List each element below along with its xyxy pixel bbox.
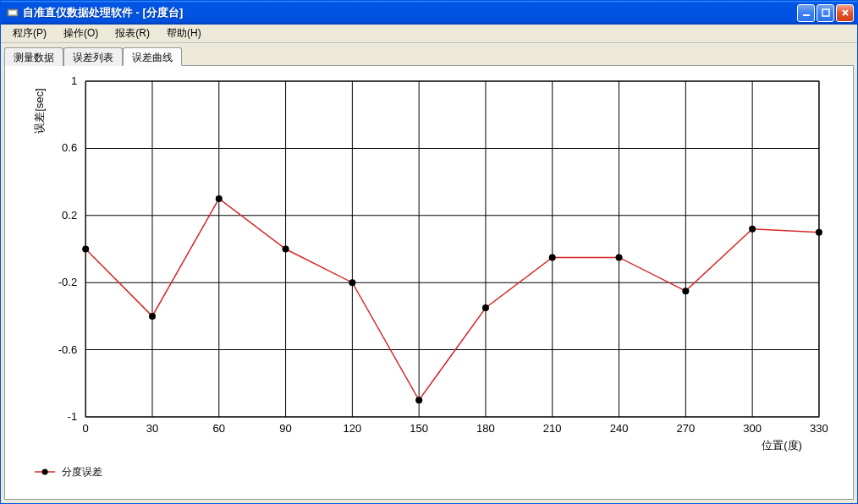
svg-rect-2 xyxy=(803,14,810,16)
svg-text:300: 300 xyxy=(743,422,762,435)
svg-text:-0.2: -0.2 xyxy=(58,276,77,288)
svg-point-51 xyxy=(616,254,623,260)
svg-point-54 xyxy=(816,229,822,236)
svg-text:误差[sec]: 误差[sec] xyxy=(33,88,46,133)
svg-text:90: 90 xyxy=(279,422,291,435)
svg-point-53 xyxy=(749,226,756,233)
tab-error-list[interactable]: 误差列表 xyxy=(63,47,123,66)
svg-text:240: 240 xyxy=(610,422,629,435)
svg-text:-1: -1 xyxy=(68,410,78,423)
svg-text:180: 180 xyxy=(476,422,495,435)
svg-text:330: 330 xyxy=(810,422,828,435)
svg-point-45 xyxy=(216,195,223,202)
svg-text:0: 0 xyxy=(83,422,89,435)
svg-text:120: 120 xyxy=(344,422,362,435)
menu-report[interactable]: 报表(R) xyxy=(107,25,158,42)
svg-point-43 xyxy=(82,246,89,253)
svg-text:0.2: 0.2 xyxy=(62,209,77,222)
svg-rect-22 xyxy=(85,81,819,417)
svg-rect-3 xyxy=(822,9,829,16)
svg-text:150: 150 xyxy=(410,422,428,435)
svg-point-44 xyxy=(149,313,156,320)
window-controls xyxy=(797,4,854,22)
minimize-button[interactable] xyxy=(797,4,815,22)
tab-measure-data[interactable]: 测量数据 xyxy=(4,47,63,66)
svg-point-47 xyxy=(349,279,355,286)
app-window: 自准直仪数据处理软件 - [分度台] 程序(P) 操作(O) 报表(R) 帮助(… xyxy=(0,0,858,504)
menu-help[interactable]: 帮助(H) xyxy=(158,25,210,42)
titlebar: 自准直仪数据处理软件 - [分度台] xyxy=(1,1,857,25)
svg-point-56 xyxy=(42,469,48,475)
menu-program[interactable]: 程序(P) xyxy=(4,25,55,42)
svg-text:位置(度): 位置(度) xyxy=(762,439,802,452)
svg-text:30: 30 xyxy=(146,422,158,435)
svg-text:-0.6: -0.6 xyxy=(58,343,77,356)
svg-point-49 xyxy=(482,304,489,311)
tab-error-curve[interactable]: 误差曲线 xyxy=(123,47,182,66)
maximize-button[interactable] xyxy=(817,4,834,22)
svg-text:60: 60 xyxy=(213,422,225,435)
svg-point-46 xyxy=(283,246,289,253)
menu-operate[interactable]: 操作(O) xyxy=(55,25,107,42)
close-button[interactable] xyxy=(836,4,854,22)
svg-text:0.6: 0.6 xyxy=(62,141,77,154)
content-area: 测量数据 误差列表 误差曲线 0306090120150180210240270… xyxy=(1,43,857,503)
error-curve-chart: 0306090120150180210240270300330-1-0.6-0.… xyxy=(5,66,853,499)
svg-rect-1 xyxy=(9,11,16,14)
chart-container: 0306090120150180210240270300330-1-0.6-0.… xyxy=(5,66,853,499)
tab-panel: 0306090120150180210240270300330-1-0.6-0.… xyxy=(4,65,854,500)
svg-text:分度误差: 分度误差 xyxy=(62,466,102,478)
svg-point-52 xyxy=(682,288,689,294)
tab-strip: 测量数据 误差列表 误差曲线 xyxy=(4,47,854,65)
window-title: 自准直仪数据处理软件 - [分度台] xyxy=(23,5,797,20)
svg-point-48 xyxy=(415,397,422,403)
svg-point-50 xyxy=(549,254,556,260)
app-icon xyxy=(6,6,19,19)
svg-text:210: 210 xyxy=(543,422,562,435)
menubar: 程序(P) 操作(O) 报表(R) 帮助(H) xyxy=(1,25,857,43)
svg-text:1: 1 xyxy=(71,74,77,87)
svg-text:270: 270 xyxy=(676,422,695,435)
